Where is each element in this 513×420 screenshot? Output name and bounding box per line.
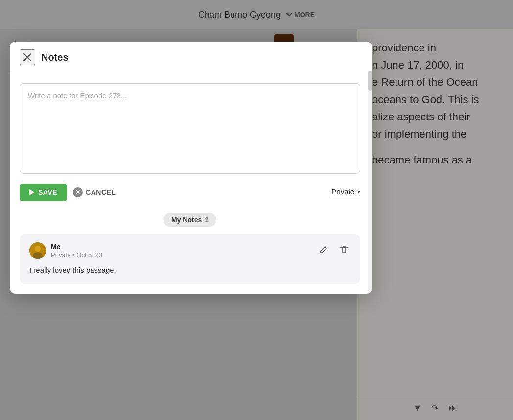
tab-divider-row: My Notes 1 xyxy=(20,213,360,227)
note-author: Me xyxy=(51,243,102,251)
note-input[interactable] xyxy=(20,83,360,174)
privacy-chevron-icon: ▾ xyxy=(357,188,360,195)
edit-note-button[interactable] xyxy=(317,243,330,258)
left-divider xyxy=(20,220,163,220)
action-row: SAVE ✕ CANCEL Private ▾ xyxy=(20,184,360,201)
scrollbar-thumb[interactable] xyxy=(368,71,372,91)
save-arrow-icon xyxy=(29,189,34,195)
privacy-label: Private xyxy=(331,187,354,196)
note-privacy-date: Private • Oct 5, 23 xyxy=(51,251,102,258)
tab-label: My Notes xyxy=(171,216,202,224)
my-notes-tab[interactable]: My Notes 1 xyxy=(163,213,216,227)
note-card: Me Private • Oct 5, 23 xyxy=(20,234,360,284)
notes-modal: Notes SAVE ✕ CANCEL Private ▾ My Notes xyxy=(10,42,372,294)
svg-point-1 xyxy=(35,246,41,252)
note-meta: Me Private • Oct 5, 23 xyxy=(51,243,102,258)
note-card-header: Me Private • Oct 5, 23 xyxy=(29,242,350,259)
avatar xyxy=(29,242,46,259)
modal-title: Notes xyxy=(41,52,69,63)
close-button[interactable] xyxy=(20,49,35,65)
cancel-button[interactable]: ✕ CANCEL xyxy=(73,187,116,197)
note-actions xyxy=(317,243,350,259)
edit-icon xyxy=(319,245,328,254)
tab-count: 1 xyxy=(205,216,209,224)
right-divider xyxy=(216,220,360,220)
cancel-icon: ✕ xyxy=(73,187,83,197)
scrollbar[interactable] xyxy=(368,71,372,294)
note-text: I really loved this passage. xyxy=(29,265,350,276)
modal-body: SAVE ✕ CANCEL Private ▾ My Notes 1 xyxy=(10,73,372,294)
trash-icon xyxy=(340,245,349,255)
avatar-image xyxy=(29,242,46,259)
close-icon xyxy=(23,53,32,62)
delete-note-button[interactable] xyxy=(338,243,350,259)
privacy-dropdown[interactable]: Private ▾ xyxy=(331,187,360,197)
modal-header: Notes xyxy=(10,42,372,73)
save-button[interactable]: SAVE xyxy=(20,184,67,201)
